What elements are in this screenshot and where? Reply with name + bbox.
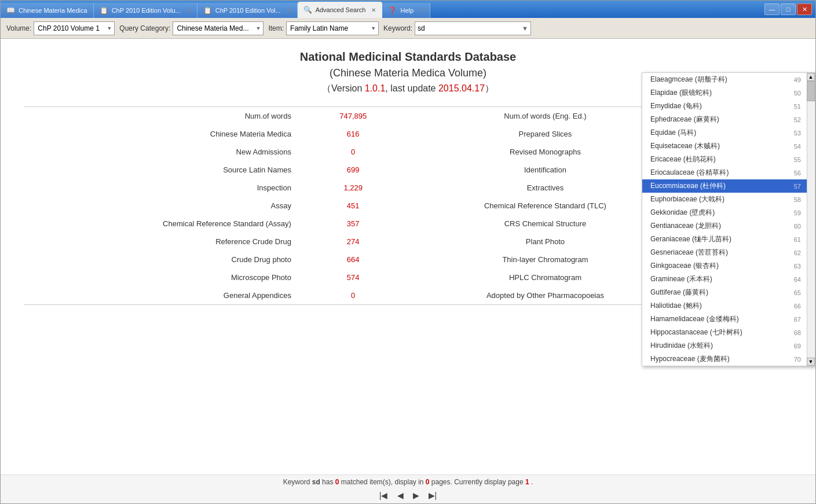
dropdown-item[interactable]: Eriocaulaceae (谷精草科)56	[642, 166, 807, 179]
dropdown-item-label: Gramineae (禾本科)	[650, 274, 712, 284]
keyword-input-wrapper: ▼	[415, 21, 531, 35]
item-select-wrapper: Family Latin Name	[286, 21, 379, 35]
query-category-label: Query Category:	[119, 24, 170, 32]
tab-chinese-materia[interactable]: 📖 Chinese Materia Medica	[1, 3, 94, 18]
dropdown-item-num: 62	[794, 249, 801, 256]
tab-icon-chp2: 📋	[203, 6, 212, 14]
dropdown-item-num: 67	[794, 316, 801, 323]
scrollbar-thumb[interactable]	[807, 81, 815, 101]
tab-icon-chinese: 📖	[6, 6, 15, 14]
dropdown-item[interactable]: Gekkonidae (壁虎科)59	[642, 206, 807, 219]
dropdown-item[interactable]: Gentianaceae (龙胆科)60	[642, 219, 807, 233]
tab-close-chp2[interactable]: ✕	[287, 8, 291, 14]
dropdown-item-label: Gekkonidae (壁虎科)	[650, 208, 715, 218]
dropdown-item-num: 69	[794, 343, 801, 350]
dropdown-item[interactable]: Emydidae (龟科)51	[642, 100, 807, 113]
dropdown-item-label: Gesneriaceae (苦苣苔科)	[650, 248, 728, 257]
dropdown-item[interactable]: Ginkgoaceae (银杏科)63	[642, 259, 807, 273]
dropdown-item-num: 57	[794, 183, 801, 190]
dropdown-item[interactable]: Euphorbiaceae (大戟科)58	[642, 193, 807, 206]
stat-label: Microscope Photo	[24, 268, 298, 286]
minimize-button[interactable]: —	[764, 3, 780, 15]
dropdown-item[interactable]: Hirudinidae (水蛭科)69	[642, 339, 807, 352]
item-select[interactable]: Family Latin Name	[286, 21, 379, 35]
dropdown-item[interactable]: Haliotidae (鲍科)66	[642, 299, 807, 312]
dropdown-item-num: 54	[794, 143, 801, 150]
nav-last-button[interactable]: ▶|	[426, 490, 440, 501]
statusbar: Keyword sd has 0 matched item(s), displa…	[1, 474, 815, 503]
scrollbar-up[interactable]: ▲	[807, 73, 815, 81]
stat-label: Num.of words	[24, 107, 298, 125]
keyword-label-status: Keyword	[283, 478, 310, 486]
volume-label: Volume:	[6, 24, 31, 32]
item-label: Item:	[268, 24, 284, 32]
tab-help[interactable]: ❓ Help ✕	[382, 3, 430, 18]
dropdown-item-label: Ginkgoaceae (银杏科)	[650, 261, 719, 271]
tab-close-help[interactable]: ✕	[419, 8, 424, 14]
dropdown-item[interactable]: Elaeagmceae (胡颓子科)49	[642, 73, 807, 86]
dropdown-item[interactable]: Hamamelidaceae (金缕梅科)67	[642, 312, 807, 326]
period: .	[531, 478, 533, 486]
dropdown-item-label: Gentianaceae (龙胆科)	[650, 221, 721, 231]
maximize-button[interactable]: □	[781, 3, 796, 15]
dropdown-item-num: 55	[794, 156, 801, 163]
dropdown-item[interactable]: Ephedraceae (麻黄科)52	[642, 113, 807, 126]
dropdown-item-label: Hippocastanaceae (七叶树科)	[650, 328, 742, 337]
dropdown-item[interactable]: Equisetaceae (木贼科)54	[642, 139, 807, 153]
version-mid: , last update	[385, 83, 438, 93]
dropdown-container: ▲ Elaeagmceae (胡颓子科)49Elapidae (眼镜蛇科)50E…	[642, 73, 815, 366]
tab-bar: 📖 Chinese Materia Medica 📋 ChP 2010 Edit…	[1, 1, 430, 18]
tab-label-advanced: Advanced Search	[316, 6, 366, 13]
tab-advanced-search[interactable]: 🔍 Advanced Search ✕	[298, 2, 383, 18]
tab-label-chinese: Chinese Materia Medica	[19, 7, 87, 14]
stat-value: 574	[298, 268, 408, 286]
dropdown-item-num: 59	[794, 209, 801, 216]
count-value: 0	[335, 478, 341, 486]
dropdown-item-label: Equisetaceae (木贼科)	[650, 141, 720, 151]
dropdown-item[interactable]: Gramineae (禾本科)64	[642, 273, 807, 286]
tab-close-advanced[interactable]: ✕	[371, 7, 376, 13]
update-date: 2015.04.17	[438, 83, 485, 93]
stat-value: 0	[298, 143, 408, 161]
toolbar: Volume: ChP 2010 Volume 1 Query Category…	[1, 18, 815, 39]
version-suffix: ）	[485, 83, 494, 93]
dropdown-item-num: 60	[794, 223, 801, 230]
nav-prev-button[interactable]: ◀	[395, 490, 406, 501]
keyword-value-status: sd	[312, 478, 322, 486]
dropdown-item-label: Emydidae (龟科)	[650, 101, 702, 111]
dropdown-item[interactable]: Elapidae (眼镜蛇科)50	[642, 86, 807, 100]
stat-label: Chinese Materia Medica	[24, 125, 298, 143]
tab-close-chp1[interactable]: ✕	[186, 8, 191, 14]
dropdown-item-num: 68	[794, 329, 801, 336]
close-button[interactable]: ✕	[797, 3, 812, 15]
dropdown-item-num: 50	[794, 90, 801, 97]
current-page: 1	[525, 478, 531, 486]
dropdown-item-label: Ephedraceae (麻黄科)	[650, 115, 719, 124]
dropdown-item-num: 53	[794, 130, 801, 137]
dropdown-item[interactable]: Geraniaceae (牻牛儿苗科)61	[642, 233, 807, 246]
dropdown-item[interactable]: Gesneriaceae (苦苣苔科)62	[642, 246, 807, 259]
tab-chp1[interactable]: 📋 ChP 2010 Edition Volu... ✕	[94, 3, 197, 18]
nav-controls: |◀ ◀ ▶ ▶|	[377, 490, 439, 501]
dropdown-item-label: Geraniaceae (牻牛儿苗科)	[650, 234, 731, 244]
dropdown-item[interactable]: Eucommiaceae (杜仲科)57	[642, 179, 807, 193]
nav-first-button[interactable]: |◀	[377, 490, 390, 501]
tab-icon-help: ❓	[388, 6, 397, 14]
keyword-input[interactable]	[418, 24, 522, 32]
volume-select[interactable]: ChP 2010 Volume 1	[34, 21, 115, 35]
search-dropdown-icon[interactable]: ▼	[522, 25, 528, 32]
query-category-select[interactable]: Chinese Materia Med...	[173, 21, 264, 35]
dropdown-item[interactable]: Guttiferae (藤黄科)65	[642, 286, 807, 299]
dropdown-item[interactable]: Hippocastanaceae (七叶树科)68	[642, 326, 807, 339]
nav-next-button[interactable]: ▶	[411, 490, 422, 501]
dropdown-item[interactable]: Hypocreaceae (麦角菌科)70	[642, 352, 807, 366]
tab-chp2[interactable]: 📋 ChP 2010 Edition Vol... ✕	[197, 3, 298, 18]
stat-value: 616	[298, 125, 408, 143]
scrollbar-down[interactable]: ▼	[807, 358, 815, 366]
dropdown-item[interactable]: Equidae (马科)53	[642, 126, 807, 139]
tab-label-chp1: ChP 2010 Edition Volu...	[112, 7, 181, 14]
dropdown-item[interactable]: Ericaceae (杜鹃花科)55	[642, 153, 807, 166]
dropdown-item-label: Eucommiaceae (杜仲科)	[650, 181, 726, 191]
db-title: National Medicinal Standards Database	[24, 50, 792, 64]
status-text: Keyword sd has 0 matched item(s), displa…	[283, 478, 533, 486]
